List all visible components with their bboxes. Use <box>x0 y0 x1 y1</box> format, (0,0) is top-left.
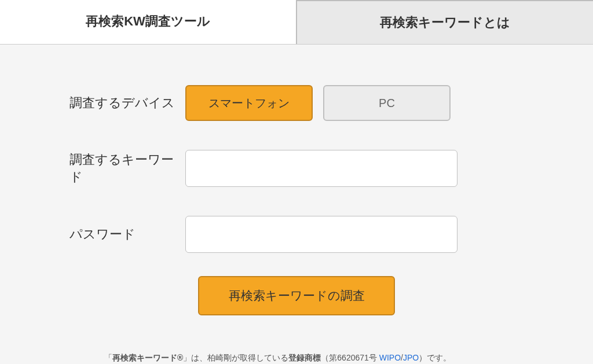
footer-text: ）です。 <box>419 353 451 362</box>
label-keyword: 調査するキーワード <box>35 151 185 186</box>
row-password: パスワード <box>35 216 558 253</box>
device-pc-button[interactable]: PC <box>323 85 451 121</box>
row-keyword: 調査するキーワード <box>35 150 558 187</box>
label-device: 調査するデバイス <box>35 94 185 112</box>
tab-bar: 再検索KW調査ツール 再検索キーワードとは <box>0 0 593 45</box>
footer: 「再検索キーワード®」は、柏崎剛が取得している登録商標（第6620671号 WI… <box>35 350 558 364</box>
footer-line-1: 「再検索キーワード®」は、柏崎剛が取得している登録商標（第6620671号 WI… <box>104 350 558 364</box>
keyword-input[interactable] <box>185 150 457 187</box>
password-input[interactable] <box>185 216 457 253</box>
footer-text: 「 <box>104 353 112 362</box>
tab-about[interactable]: 再検索キーワードとは <box>296 0 593 44</box>
form-container: 調査するデバイス スマートフォン PC 調査するキーワード パスワード 再検索キ… <box>0 45 593 364</box>
jpo-link[interactable]: JPO <box>403 353 419 362</box>
footer-text: 」は、柏崎剛が取得している <box>183 353 288 362</box>
submit-button[interactable]: 再検索キーワードの調査 <box>198 276 395 315</box>
registered-trademark-label: 登録商標 <box>288 353 321 362</box>
device-smartphone-button[interactable]: スマートフォン <box>185 85 313 121</box>
tab-tool[interactable]: 再検索KW調査ツール <box>0 0 296 44</box>
wipo-link[interactable]: WIPO <box>379 353 401 362</box>
device-options: スマートフォン PC <box>185 85 558 121</box>
row-device: 調査するデバイス スマートフォン PC <box>35 85 558 121</box>
footer-text: （第6620671号 <box>321 353 379 362</box>
label-password: パスワード <box>35 226 185 243</box>
trademark-name: 再検索キーワード® <box>112 353 183 362</box>
